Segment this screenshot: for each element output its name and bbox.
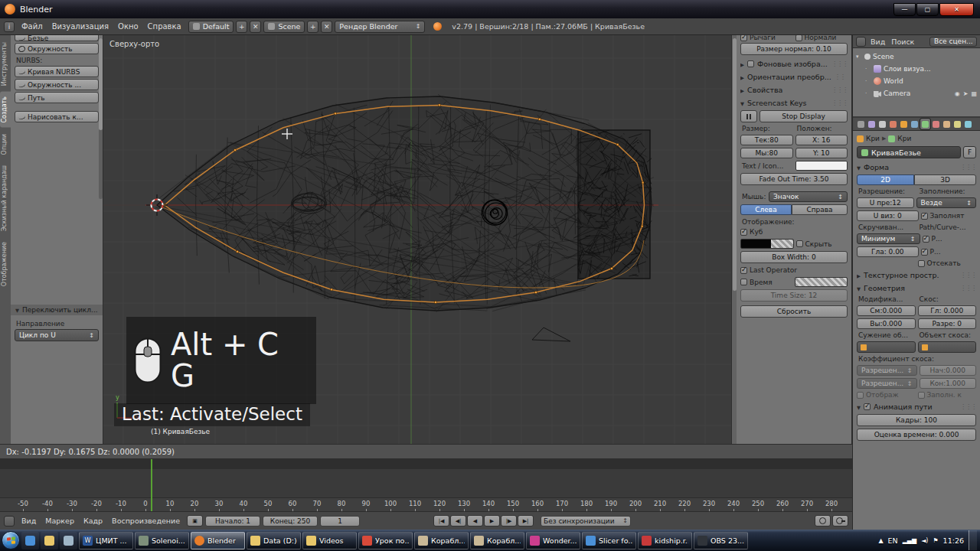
toolshelf-tab[interactable]: Опции <box>0 129 11 159</box>
handles-checkbox[interactable] <box>740 35 747 41</box>
delete-layout-button[interactable]: ✕ <box>250 21 261 33</box>
render-engine-dropdown[interactable]: Рендер Blender <box>335 21 425 33</box>
task-button-6[interactable]: Корабл... <box>414 532 469 549</box>
delete-scene-button[interactable]: ✕ <box>321 21 332 33</box>
keying-set-icon[interactable] <box>815 515 831 527</box>
time-size-field[interactable]: Time Size: 12 <box>740 289 848 302</box>
modifiers-tab[interactable] <box>910 119 920 129</box>
radius-checkbox[interactable] <box>923 236 929 243</box>
evaluation-time-field[interactable]: Оценка времени: 0.000 <box>857 429 976 441</box>
particles-tab[interactable] <box>952 119 962 129</box>
mouse-mode-dropdown[interactable]: Значок <box>769 191 848 202</box>
cube-checkbox[interactable] <box>740 229 747 236</box>
task-button-8[interactable]: Wonder... <box>526 532 580 549</box>
panel-drag-icon[interactable] <box>960 164 976 171</box>
toolshelf-scrollbar[interactable] <box>99 38 103 199</box>
timeline-editor-icon[interactable] <box>4 516 15 527</box>
render-tab[interactable] <box>856 119 866 129</box>
bevel-factor-end-mapping[interactable]: Разрешен... <box>857 378 917 389</box>
media-player-icon[interactable] <box>60 532 77 549</box>
panel-drag-icon[interactable] <box>835 73 848 80</box>
timeline-ruler[interactable]: -50-40-30-20-100102030405060708090100110… <box>0 497 852 511</box>
timeline-menu-3[interactable]: Воспроизведение <box>107 515 185 527</box>
resolution-render-u-field[interactable]: U виз: 0 <box>857 210 919 221</box>
text-color-swatch[interactable] <box>795 161 848 171</box>
play-button[interactable]: ▶ <box>484 515 500 527</box>
breadcrumb-item[interactable]: Кри <box>897 135 911 142</box>
hidden-icons-button[interactable]: ▲ <box>878 537 883 544</box>
world-tab[interactable] <box>888 119 898 129</box>
timeline-track[interactable] <box>0 459 852 497</box>
toolshelf-tab[interactable]: Создать <box>0 92 11 128</box>
path-frames-slider[interactable]: Кадры: 100 <box>857 414 976 426</box>
outliner-row[interactable]: ·Слои визуа... <box>856 63 978 75</box>
bevel-object-dropdown[interactable] <box>918 341 977 353</box>
task-button-10[interactable]: kidship.r... <box>638 532 692 549</box>
direction-dropdown[interactable]: Цикл по U <box>15 329 99 341</box>
mouse-right-toggle[interactable]: Справа <box>792 204 848 215</box>
pos-x-field[interactable]: X: 16 <box>795 135 848 145</box>
twist-smooth-field[interactable]: Гла: 0.00 <box>857 246 919 257</box>
npanel-panel-header-1[interactable]: Ориентации преобр... <box>740 71 848 83</box>
material-tab[interactable] <box>931 119 941 129</box>
screen-layout-selector[interactable]: Default <box>188 21 234 33</box>
selectability-icon[interactable]: ➤ <box>963 90 969 97</box>
task-button-0[interactable]: WЦМИТ ... <box>79 532 133 549</box>
expander-icon[interactable]: ▾ <box>856 54 862 60</box>
taper-object-dropdown[interactable] <box>857 341 916 353</box>
toolshelf-tab[interactable]: Отображение <box>0 237 11 291</box>
path-animation-panel-header[interactable]: Анимация пути <box>857 401 976 412</box>
outliner-editor-icon[interactable] <box>856 37 866 47</box>
fill-caps-checkbox[interactable] <box>918 392 925 399</box>
action-center-icon[interactable]: ⚑ <box>933 537 938 544</box>
fill-deformed-checkbox[interactable] <box>921 213 928 220</box>
bevel-factor-start-field[interactable]: Нач:0.000 <box>920 365 977 376</box>
toolshelf-tab[interactable]: Инструменты <box>0 37 11 90</box>
current-frame-field[interactable]: 1 <box>320 516 360 527</box>
panel-drag-icon[interactable] <box>960 403 976 410</box>
sync-mode-dropdown[interactable]: Без синхронизации <box>541 516 631 527</box>
display-checkbox[interactable] <box>857 392 864 399</box>
pos-y-field[interactable]: Y: 10 <box>795 148 848 158</box>
shape-3d-button[interactable]: 3D <box>914 174 976 185</box>
panel-drag-icon[interactable] <box>960 285 976 292</box>
render-layers-tab[interactable] <box>867 119 877 129</box>
fake-user-button[interactable]: F <box>963 146 976 158</box>
maximize-button[interactable]: ▢ <box>916 3 939 16</box>
scene-tab[interactable] <box>877 119 887 129</box>
breadcrumb-item[interactable]: Кри <box>866 135 880 142</box>
texture-space-panel-header[interactable]: Текстурное простр. <box>857 269 976 281</box>
outliner-row[interactable]: ▾Scene <box>856 51 978 63</box>
outliner-menu-1[interactable]: Поиск <box>888 37 917 47</box>
screencast-keys-panel-header[interactable]: Screencast Keys <box>740 97 848 109</box>
bevel-factor-end-field[interactable]: Кон:1.000 <box>920 378 977 389</box>
add-scene-button[interactable]: + <box>307 21 318 33</box>
render-restrict-icon[interactable]: ▦ <box>971 90 977 97</box>
texture-tab[interactable] <box>942 119 952 129</box>
viewport-3d[interactable]: y x Сверху-орто Alt + C G Last: Activate… <box>103 35 731 444</box>
offset-field[interactable]: См:0.000 <box>857 305 916 316</box>
language-indicator[interactable]: EN <box>888 536 898 545</box>
nurbs-button-0[interactable]: Кривая NURBS <box>15 66 99 77</box>
extrude-field[interactable]: Вы:0.000 <box>857 318 916 329</box>
stop-display-button[interactable]: Stop Display <box>760 110 848 122</box>
bezier-curve-button[interactable]: Безье <box>15 35 99 41</box>
insert-keyframe-icon[interactable] <box>832 515 848 527</box>
frame-start-field[interactable]: Начало: 1 <box>205 516 260 527</box>
data-tab[interactable] <box>920 119 930 129</box>
time-color-swatch[interactable] <box>795 277 848 287</box>
fill-mode-dropdown[interactable]: Везде <box>916 197 977 208</box>
scene-selector[interactable]: Scene <box>263 21 305 33</box>
jump-start-button[interactable]: |◀ <box>433 515 449 527</box>
fade-out-slider[interactable]: Fade Out Time: 3.50 <box>740 173 848 185</box>
panel-drag-icon[interactable] <box>831 60 848 67</box>
timeline-menu-1[interactable]: Маркер <box>41 515 79 527</box>
start-button[interactable] <box>2 531 20 549</box>
volume-icon[interactable]: ◄) <box>921 537 928 544</box>
add-layout-button[interactable]: + <box>236 21 247 33</box>
redo-panel-header[interactable]: Переключить цикл... <box>11 305 103 315</box>
text-size-field[interactable]: Тек:80 <box>740 135 793 145</box>
twist-method-dropdown[interactable]: Минимум <box>857 233 920 244</box>
physics-tab[interactable] <box>963 119 973 129</box>
show-desktop-button[interactable] <box>969 530 977 550</box>
